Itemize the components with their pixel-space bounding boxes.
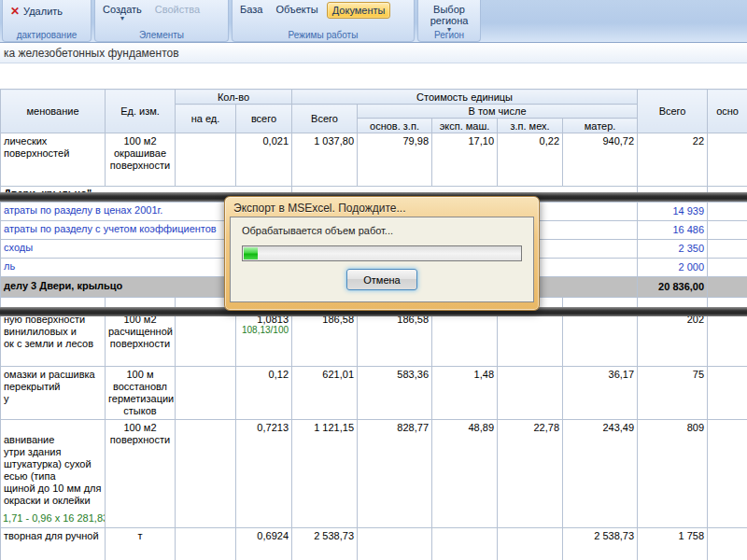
col-header-qty-per-unit: на ед. (176, 105, 236, 133)
summary-extra (708, 203, 747, 221)
cell-unit: т (106, 528, 176, 560)
estimate-table: менование Ед. изм. Кол-во Стоимость един… (0, 89, 747, 560)
properties-button: Свойства (150, 2, 204, 17)
coefficient-formula: 1,71 - 0,96 х 16 281,83 (3, 512, 106, 525)
cell-materials: 940,72 (563, 133, 638, 187)
summary-extra (708, 221, 747, 240)
cell-unit-total: 1 037,80 (292, 133, 358, 187)
summary-link-value: 2 350 (638, 240, 708, 259)
cell-unit: 100 м восстановл герметизации стыков (106, 367, 176, 420)
mode-tab-objects[interactable]: Объекты (271, 2, 322, 17)
cell-qty-per-unit (176, 420, 236, 528)
cell-mach-exp: 1,48 (432, 367, 498, 420)
cell-name: омазки и расшивка перекрытий у (1, 367, 106, 420)
cell-extra (708, 420, 747, 528)
export-dialog: Экспорт в MSExcel. Подождите... Обрабаты… (224, 196, 540, 311)
cell-qty-per-unit (176, 367, 236, 420)
col-header-base-wage: основ. з.п. (358, 119, 432, 133)
col-header-including: В том числе (358, 105, 638, 119)
cell-name: авнивание утри здания штукатурка) сухой … (1, 420, 106, 528)
cell-base-wage: 583,36 (358, 367, 432, 420)
mode-tab-base-label: База (240, 4, 262, 15)
export-progress-fill (244, 247, 258, 259)
cell-unit-total: 1 121,15 (292, 420, 358, 528)
cell-extra (708, 367, 747, 420)
item-row-3[interactable]: омазки и расшивка перекрытий у 100 м вос… (1, 367, 747, 420)
cell-materials: 36,17 (563, 367, 638, 420)
cell-total: 809 (638, 420, 708, 528)
col-header-name: менование (1, 90, 106, 133)
ribbon-group-modes: База Объекты Документы Режимы работы (232, 0, 415, 42)
qty-formula-note: 108,13/100 (239, 325, 289, 336)
summary-link-value: 2 000 (638, 259, 708, 277)
col-header-unit: Ед. изм. (106, 90, 176, 133)
delete-button-label: Удалить (23, 6, 63, 17)
cell-materials: 2 538,73 (563, 528, 638, 560)
item-row-4[interactable]: авнивание утри здания штукатурка) сухой … (1, 420, 747, 528)
cell-unit-total: 621,01 (292, 367, 358, 420)
cell-unit: 100 м2 поверхности (106, 420, 176, 528)
summary-link-value: 16 486 (638, 221, 708, 240)
ribbon-group-region: Выбор региона ▾ Регион (417, 0, 481, 42)
cell-name: творная для ручной (1, 528, 106, 560)
summary-extra (708, 240, 747, 259)
region-select-label: Выбор региона (430, 4, 469, 26)
col-header-mach-exp: эксп. маш. (432, 119, 498, 133)
delete-button[interactable]: ✕ Удалить (6, 4, 67, 19)
create-button[interactable]: Создать ▾ (98, 2, 147, 23)
cell-extra (708, 528, 747, 560)
cancel-button[interactable]: Отмена (346, 269, 417, 290)
cell-materials: 243,49 (563, 420, 638, 528)
delete-icon: ✕ (10, 6, 20, 17)
cell-mach-exp (432, 528, 498, 560)
document-title: ка железобетонных фундаментов (0, 43, 747, 63)
cell-name: лических поверхностей (1, 133, 106, 187)
summary-extra (708, 259, 747, 277)
cell-qty-per-unit (176, 528, 236, 560)
col-header-grand-total: Всего (638, 90, 708, 133)
cell-qty-total: 0,021 (236, 133, 292, 187)
cell-qty-total: 0,6924 (236, 528, 292, 560)
cell-base-wage (358, 528, 432, 560)
cell-mach-exp: 48,89 (432, 420, 498, 528)
cell-mach-wage: 0,22 (498, 133, 563, 187)
cell-qty-total: 0,12 (236, 367, 292, 420)
cell-mach-wage (498, 528, 563, 560)
item-row-5[interactable]: творная для ручной т 0,6924 2 538,73 2 5… (1, 528, 747, 560)
col-header-unit-cost-total: Всего (292, 105, 358, 133)
properties-button-label: Свойства (155, 4, 200, 15)
ribbon-group-elements: Создать ▾ Свойства Элементы (94, 0, 229, 42)
item-row-1[interactable]: лических поверхностей 100 м2 окрашивае п… (1, 133, 747, 187)
section-total-value: 20 836,00 (638, 277, 708, 298)
export-progress-message: Обрабатывается объем работ... (242, 225, 522, 236)
col-header-mach-wage: з.п. мех. (498, 119, 563, 133)
mode-tab-objects-label: Объекты (275, 4, 317, 15)
cell-unit-total: 2 538,73 (292, 528, 358, 560)
export-progress-bar (242, 245, 522, 261)
ribbon-group-label-elements: Элементы (95, 30, 228, 40)
export-dialog-titlebar[interactable]: Экспорт в MSExcel. Подождите... (230, 200, 534, 217)
cell-qty-total: 0,7213 (236, 420, 292, 528)
cell-extra (708, 133, 747, 187)
col-header-qty: Кол-во (176, 90, 292, 105)
ribbon: ✕ Удалить дактирование Создать ▾ Свойств… (0, 0, 747, 43)
app-window: ✕ Удалить дактирование Создать ▾ Свойств… (0, 0, 747, 560)
cell-unit: 100 м2 окрашивае поверхности (106, 133, 176, 187)
ribbon-group-label-edit: дактирование (3, 30, 91, 40)
mode-tab-documents-label: Документы (332, 5, 386, 16)
mode-tab-documents[interactable]: Документы (327, 2, 391, 19)
col-header-extra: осно (708, 90, 747, 133)
summary-link-value: 14 939 (638, 203, 708, 221)
mode-tab-base[interactable]: База (235, 2, 267, 17)
cell-total: 22 (638, 133, 708, 187)
create-dropdown-icon: ▾ (120, 15, 124, 21)
cell-base-wage: 828,77 (358, 420, 432, 528)
export-dialog-body: Обрабатывается объем работ... Отмена (230, 217, 534, 302)
cell-mach-wage: 22,78 (498, 420, 563, 528)
cell-mach-exp: 17,10 (432, 133, 498, 187)
col-header-unit-cost: Стоимость единицы (292, 90, 638, 105)
cell-qty-per-unit (176, 133, 236, 187)
ribbon-group-label-region: Регион (418, 30, 480, 40)
col-header-materials: матер. (563, 119, 638, 133)
cell-total: 75 (638, 367, 708, 420)
